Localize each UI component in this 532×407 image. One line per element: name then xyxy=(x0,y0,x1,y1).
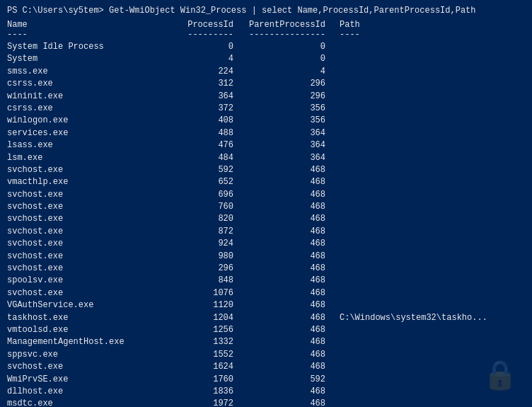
sep-name: ---- xyxy=(7,30,156,40)
sep-ppid: --------------- xyxy=(248,30,340,40)
table-row: ManagementAgentHost.exe1332468 xyxy=(7,336,525,348)
cell-pid: 1552 xyxy=(156,349,248,361)
table-body: System Idle Process00System40smss.exe224… xyxy=(7,41,525,407)
table-row: svchost.exe872468 xyxy=(7,226,525,238)
cell-path xyxy=(340,361,525,373)
cell-ppid: 468 xyxy=(248,349,340,361)
cell-path xyxy=(340,66,525,78)
cell-path xyxy=(340,336,525,348)
cell-pid: 760 xyxy=(156,201,248,213)
cell-path xyxy=(340,115,525,127)
cell-ppid: 468 xyxy=(248,213,340,225)
cell-ppid: 0 xyxy=(248,41,340,53)
cell-ppid: 0 xyxy=(248,53,340,65)
table-row: lsm.exe484364 xyxy=(7,152,525,164)
cell-name: svchost.exe xyxy=(7,238,156,250)
table-row: svchost.exe592468 xyxy=(7,164,525,176)
cell-name: svchost.exe xyxy=(7,263,156,275)
table-row: svchost.exe924468 xyxy=(7,238,525,250)
cell-pid: 4 xyxy=(156,53,248,65)
cell-path: C:\Windows\system32\taskho... xyxy=(340,312,525,324)
table-row: svchost.exe296468 xyxy=(7,263,525,275)
table-row: msdtc.exe1972468 xyxy=(7,398,525,407)
table-row: csrss.exe372356 xyxy=(7,103,525,115)
cell-path xyxy=(340,103,525,115)
cell-name: System xyxy=(7,53,156,65)
cell-name: svchost.exe xyxy=(7,164,156,176)
table-separator: ---- --------- --------------- ---- xyxy=(7,30,525,40)
table-row: taskhost.exe1204468C:\Windows\system32\t… xyxy=(7,312,525,324)
table-row: spoolsv.exe848468 xyxy=(7,275,525,287)
cell-ppid: 468 xyxy=(248,361,340,373)
cell-path xyxy=(340,213,525,225)
cell-pid: 484 xyxy=(156,152,248,164)
table-row: smss.exe2244 xyxy=(7,66,525,78)
cell-pid: 1256 xyxy=(156,324,248,336)
cell-pid: 1760 xyxy=(156,374,248,386)
cell-ppid: 468 xyxy=(248,299,340,311)
cell-name: svchost.exe xyxy=(7,287,156,299)
cell-name: vmtoolsd.exe xyxy=(7,324,156,336)
cell-pid: 1332 xyxy=(156,336,248,348)
sep-pid: --------- xyxy=(156,30,248,40)
table-header: Name ProcessId ParentProcessId Path xyxy=(7,20,525,30)
cell-path xyxy=(340,299,525,311)
cell-path xyxy=(340,127,525,139)
cell-path xyxy=(340,398,525,407)
cell-pid: 980 xyxy=(156,251,248,263)
cell-path xyxy=(340,91,525,103)
cell-name: lsass.exe xyxy=(7,139,156,151)
cell-pid: 1972 xyxy=(156,398,248,407)
prompt-line: PS C:\Users\sy5tem> Get-WmiObject Win32_… xyxy=(7,6,525,16)
process-table: Name ProcessId ParentProcessId Path ----… xyxy=(7,20,525,407)
cell-name: sppsvc.exe xyxy=(7,349,156,361)
cell-pid: 652 xyxy=(156,176,248,188)
cell-pid: 924 xyxy=(156,238,248,250)
cell-ppid: 296 xyxy=(248,78,340,90)
cell-ppid: 468 xyxy=(248,164,340,176)
cell-pid: 592 xyxy=(156,164,248,176)
cell-path xyxy=(340,139,525,151)
cell-name: VGAuthService.exe xyxy=(7,299,156,311)
cell-name: taskhost.exe xyxy=(7,312,156,324)
cell-name: dllhost.exe xyxy=(7,386,156,398)
table-row: svchost.exe980468 xyxy=(7,251,525,263)
cell-pid: 312 xyxy=(156,78,248,90)
cell-name: vmacthlp.exe xyxy=(7,176,156,188)
table-row: sppsvc.exe1552468 xyxy=(7,349,525,361)
cell-pid: 848 xyxy=(156,275,248,287)
cell-path xyxy=(340,78,525,90)
cell-name: svchost.exe xyxy=(7,189,156,201)
table-row: dllhost.exe1836468 xyxy=(7,386,525,398)
cell-path xyxy=(340,189,525,201)
cell-ppid: 296 xyxy=(248,91,340,103)
table-row: VGAuthService.exe1120468 xyxy=(7,299,525,311)
cell-name: System Idle Process xyxy=(7,41,156,53)
cell-ppid: 364 xyxy=(248,139,340,151)
cell-ppid: 468 xyxy=(248,226,340,238)
cell-name: msdtc.exe xyxy=(7,398,156,407)
cell-ppid: 4 xyxy=(248,66,340,78)
cell-pid: 1120 xyxy=(156,299,248,311)
table-row: vmtoolsd.exe1256468 xyxy=(7,324,525,336)
table-row: csrss.exe312296 xyxy=(7,78,525,90)
header-path: Path xyxy=(340,20,525,30)
cell-ppid: 356 xyxy=(248,103,340,115)
cell-name: lsm.exe xyxy=(7,152,156,164)
table-row: WmiPrvSE.exe1760592 xyxy=(7,374,525,386)
cell-pid: 1624 xyxy=(156,361,248,373)
cell-ppid: 468 xyxy=(248,336,340,348)
table-row: vmacthlp.exe652468 xyxy=(7,176,525,188)
cell-path xyxy=(340,275,525,287)
header-ppid: ParentProcessId xyxy=(248,20,340,30)
cell-name: csrss.exe xyxy=(7,103,156,115)
cell-path xyxy=(340,176,525,188)
cell-path xyxy=(340,152,525,164)
cell-path xyxy=(340,164,525,176)
cell-name: csrss.exe xyxy=(7,78,156,90)
cell-name: spoolsv.exe xyxy=(7,275,156,287)
cell-ppid: 468 xyxy=(248,386,340,398)
cell-path xyxy=(340,238,525,250)
table-row: wininit.exe364296 xyxy=(7,91,525,103)
cell-path xyxy=(340,324,525,336)
